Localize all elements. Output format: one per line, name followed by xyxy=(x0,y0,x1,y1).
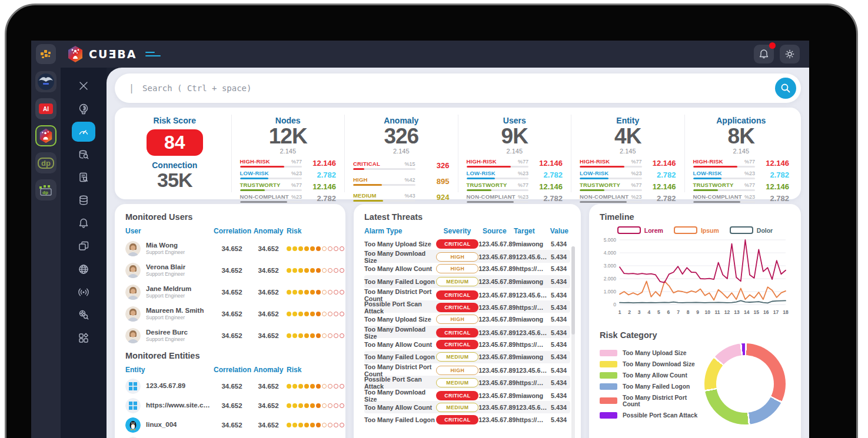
entity-row[interactable]: 123.45.67.89 34.65234.652 xyxy=(125,376,335,396)
stat-column-nodes: Nodes 12K 2.145 HIGH-RISK %77 12.146 LOW… xyxy=(231,115,345,192)
svg-text:6: 6 xyxy=(667,309,670,315)
risk-legend-item[interactable]: Too Many Upload Size xyxy=(600,350,704,356)
svg-text:5: 5 xyxy=(657,309,660,315)
threat-row[interactable]: Too Many Allow Count CRITICAL 123.45.67.… xyxy=(364,338,570,350)
user-row[interactable]: Verona BlairSupport Engineer 34.65234.65… xyxy=(125,259,335,281)
timeline-legend: LoremIpsumDolor xyxy=(600,226,790,234)
risk-legend-item[interactable]: Possible Port Scan Attack xyxy=(600,412,704,419)
topbar: CUƎBA xyxy=(31,41,809,68)
close-icon xyxy=(77,79,90,92)
nav-item-globe[interactable] xyxy=(72,259,95,279)
threat-row[interactable]: Too Many Download Size HIGH 123.45.67.89… xyxy=(364,250,570,262)
monitored-users-title: Monitored Users xyxy=(125,212,335,222)
eagle-app-icon[interactable] xyxy=(35,71,56,92)
nav-item-apps[interactable] xyxy=(72,328,95,348)
nav-item-net-search[interactable] xyxy=(72,305,95,325)
notifications-button[interactable] xyxy=(754,45,774,63)
brand-logo[interactable]: CUƎBA xyxy=(66,45,161,63)
orange-cluster-icon xyxy=(39,48,52,61)
threat-row[interactable]: Possible Port Scan Attack MEDIUM 123.45.… xyxy=(364,376,570,388)
database-icon xyxy=(77,194,90,207)
nav-item-dashboard[interactable] xyxy=(72,122,95,142)
threat-row[interactable]: Too Many Failed Logon MEDIUM 123.45.67.8… xyxy=(364,275,570,287)
brand-name: CUƎBA xyxy=(89,48,137,61)
entity-row[interactable]: https://www.site.com/... 34.65234.652 xyxy=(125,396,335,415)
nav-item-close[interactable] xyxy=(72,76,95,96)
menu-toggle-icon[interactable] xyxy=(145,52,161,56)
latest-threats-panel: Latest Threats Alarm Type Severity Sourc… xyxy=(354,204,581,438)
threats-scrollbar[interactable] xyxy=(571,246,575,438)
legend-item-dolor[interactable]: Dolor xyxy=(730,226,773,234)
entities-table-body: 123.45.67.89 34.65234.652https://www.sit… xyxy=(125,376,335,438)
stat-mini-row: LOW-RISK %23 2.782 xyxy=(580,170,676,179)
search-button[interactable] xyxy=(775,78,796,99)
risk-legend-item[interactable]: Too Many Allow Count xyxy=(600,372,704,379)
text-cursor: | xyxy=(129,83,134,93)
threat-row[interactable]: Too Many Upload Size HIGH 123.45.67.89 m… xyxy=(364,313,570,325)
user-avatar xyxy=(125,285,141,300)
legend-item-ipsum[interactable]: Ipsum xyxy=(674,226,719,234)
severity-badge: MEDIUM xyxy=(436,277,478,286)
threat-row[interactable]: Too Many Allow Count MEDIUM 123.45.67.89… xyxy=(364,401,570,413)
stat-mini-row: NON-COMPLIANT %23 2.782 xyxy=(240,193,337,203)
svg-text:18: 18 xyxy=(783,309,789,315)
nav-item-doc-search[interactable] xyxy=(72,168,95,188)
user-row[interactable]: Mia WongSupport Engineer 34.65234.652 xyxy=(125,238,335,259)
user-row[interactable]: Maureen M. SmithSupport Engineer 34.6523… xyxy=(125,303,335,325)
threat-row[interactable]: Too Many Allow Count HIGH 123.45.67.89 h… xyxy=(364,263,570,275)
gear-icon xyxy=(784,49,795,59)
dashboard-icon xyxy=(77,125,90,138)
main-content: | Risk Score 84 Connection 35KNodes 12K … xyxy=(107,68,809,438)
nav-item-broadcast[interactable] xyxy=(72,282,95,302)
severity-badge: CRITICAL xyxy=(436,239,478,249)
svg-text:0: 0 xyxy=(613,302,616,307)
threat-row[interactable]: Too Many District Port Count CRITICAL 12… xyxy=(364,288,570,300)
user-row[interactable]: Desiree BurcSupport Engineer 34.65234.65… xyxy=(125,325,335,346)
risk-legend-item[interactable]: Too Many Download Size xyxy=(600,361,704,367)
search-input[interactable] xyxy=(142,83,775,93)
nav-item-database[interactable] xyxy=(72,190,95,210)
user-row[interactable]: Jane MeldrumSupport Engineer 34.65234.65… xyxy=(125,281,335,303)
entity-row[interactable]: linux_004 34.65234.652 xyxy=(125,415,335,434)
threat-row[interactable]: Too Many Download Size CRITICAL 123.45.6… xyxy=(364,326,570,338)
threat-row[interactable]: Too Many Download Size CRITICAL 123.45.6… xyxy=(364,389,570,401)
user-avatar xyxy=(125,263,141,278)
app-grid-orange-icon[interactable] xyxy=(36,44,56,64)
nav-item-ai-head[interactable] xyxy=(72,99,95,119)
ai-app-icon[interactable]: AI xyxy=(35,98,56,119)
threat-row[interactable]: Too Many District Port Count HIGH 123.45… xyxy=(364,363,570,376)
threat-row[interactable]: Too Many Upload Size CRITICAL 123.45.67.… xyxy=(364,238,570,250)
svg-text:dp: dp xyxy=(42,190,48,195)
users-table-body: Mia WongSupport Engineer 34.65234.652 Ve… xyxy=(125,238,335,346)
stat-mini-row: TRUSTWORTY %77 12.146 xyxy=(240,182,337,191)
stat-mini-row: MEDIUM %43 924 xyxy=(353,192,450,202)
threat-row[interactable]: Too Many Failed Logon CRITICAL 123.45.67… xyxy=(364,413,570,426)
severity-badge: MEDIUM xyxy=(436,378,478,387)
dp-app-icon[interactable]: dp xyxy=(35,152,56,173)
settings-button[interactable] xyxy=(780,45,800,63)
nav-item-bell[interactable] xyxy=(72,213,95,233)
dp-store-app-icon[interactable]: dp xyxy=(35,179,56,200)
risk-dots xyxy=(287,268,344,273)
threat-row[interactable]: Too Many Failed Logon MEDIUM 123.45.67.8… xyxy=(364,351,570,363)
scrollbar-thumb[interactable] xyxy=(571,246,575,335)
risk-legend-item[interactable]: Too Many Failed Logon xyxy=(600,383,704,390)
user-avatar xyxy=(125,306,141,322)
risk-dots xyxy=(287,290,344,295)
cueba-app-icon[interactable] xyxy=(35,125,56,146)
entity-row[interactable]: designers_mac 34.65234.652 xyxy=(125,434,335,438)
legend-item-lorem[interactable]: Lorem xyxy=(617,226,663,234)
nav-item-db-search[interactable] xyxy=(72,145,95,165)
severity-badge: HIGH xyxy=(436,366,478,375)
threat-row[interactable]: Possible Port Scan Attack CRITICAL 123.4… xyxy=(364,300,570,313)
risk-legend-item[interactable]: Too Many District Port Count xyxy=(600,394,704,407)
risk-dots xyxy=(287,333,344,338)
nav-item-layers[interactable] xyxy=(72,236,95,256)
risk-dots xyxy=(287,312,344,316)
risk-dots xyxy=(287,403,344,408)
risk-dots xyxy=(287,384,344,389)
stat-mini-row: NON-COMPLIANT %23 2.782 xyxy=(580,193,676,203)
svg-text:15: 15 xyxy=(754,309,760,315)
svg-text:2: 2 xyxy=(628,309,631,315)
user-avatar xyxy=(125,241,141,256)
